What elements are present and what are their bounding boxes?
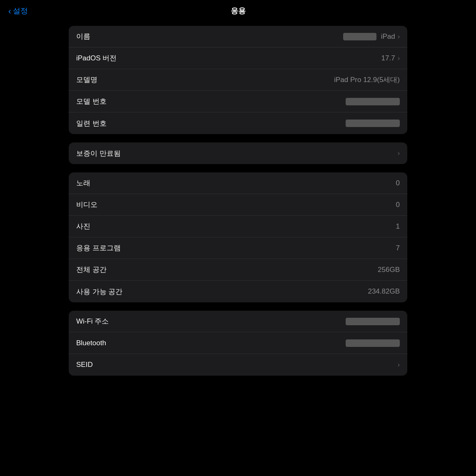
songs-label: 노래	[76, 178, 90, 188]
apps-value: 7	[396, 244, 400, 252]
name-row[interactable]: 이름 iPad ›	[69, 26, 407, 47]
ipados-label: iPadOS 버전	[76, 53, 117, 63]
warranty-chevron-icon: ›	[398, 150, 400, 157]
model-name-row: 모델명 iPad Pro 12.9(5세대)	[69, 69, 407, 91]
available-storage-label: 사용 가능 공간	[76, 287, 122, 297]
name-label: 이름	[76, 32, 90, 41]
serial-number-label: 일련 번호	[76, 119, 107, 128]
available-storage-row: 사용 가능 공간 234.82GB	[69, 281, 407, 302]
videos-value: 0	[396, 201, 400, 209]
back-chevron-icon: ‹	[8, 6, 11, 16]
wifi-address-row: Wi-Fi 주소	[69, 311, 407, 332]
model-number-row: 모델 번호	[69, 91, 407, 112]
photos-label: 사진	[76, 222, 90, 231]
back-label: 설정	[13, 6, 28, 16]
network-card: Wi-Fi 주소 Bluetooth SEID ›	[69, 311, 407, 376]
bluetooth-row: Bluetooth	[69, 332, 407, 354]
header: ‹ 설정 응용	[0, 0, 476, 22]
photos-value: 1	[396, 222, 400, 231]
total-storage-label: 전체 공간	[76, 265, 107, 274]
seid-row[interactable]: SEID ›	[69, 354, 407, 376]
videos-label: 비디오	[76, 200, 97, 209]
warranty-row[interactable]: 보증이 만료됨 ›	[69, 142, 407, 164]
serial-number-value	[346, 120, 400, 127]
bluetooth-value	[346, 339, 400, 347]
bluetooth-label: Bluetooth	[76, 339, 106, 347]
page-title: 응용	[231, 6, 246, 16]
total-storage-row: 전체 공간 256GB	[69, 259, 407, 281]
ipados-value: 17.7 ›	[381, 54, 400, 62]
photos-row: 사진 1	[69, 216, 407, 237]
storage-card: 노래 0 비디오 0 사진 1 응용 프로그램 7 전체 공간 256GB 사용…	[69, 172, 407, 302]
seid-chevron-icon: ›	[398, 361, 400, 369]
model-name-value: iPad Pro 12.9(5세대)	[334, 75, 400, 85]
ipad-os-row[interactable]: iPadOS 버전 17.7 ›	[69, 47, 407, 69]
total-storage-value: 256GB	[378, 266, 400, 274]
wifi-address-label: Wi-Fi 주소	[76, 317, 109, 326]
name-value: iPad ›	[343, 32, 400, 41]
chevron-right-icon: ›	[398, 55, 400, 62]
serial-number-row: 일련 번호	[69, 112, 407, 134]
apps-label: 응용 프로그램	[76, 243, 121, 253]
model-number-label: 모델 번호	[76, 97, 107, 106]
videos-row: 비디오 0	[69, 194, 407, 216]
model-name-label: 모델명	[76, 75, 97, 85]
main-content: 이름 iPad › iPadOS 버전 17.7 › 모델명 iPad Pro …	[0, 22, 476, 380]
device-info-card: 이름 iPad › iPadOS 버전 17.7 › 모델명 iPad Pro …	[69, 26, 407, 134]
songs-value: 0	[396, 179, 400, 187]
chevron-right-icon: ›	[398, 33, 400, 40]
model-number-value	[346, 98, 400, 105]
warranty-card[interactable]: 보증이 만료됨 ›	[69, 142, 407, 164]
available-storage-value: 234.82GB	[368, 287, 400, 296]
seid-label: SEID	[76, 361, 93, 369]
back-button[interactable]: ‹ 설정	[8, 6, 28, 16]
apps-row: 응용 프로그램 7	[69, 237, 407, 259]
songs-row: 노래 0	[69, 172, 407, 194]
warranty-label: 보증이 만료됨	[76, 149, 121, 158]
wifi-address-value	[346, 318, 400, 325]
